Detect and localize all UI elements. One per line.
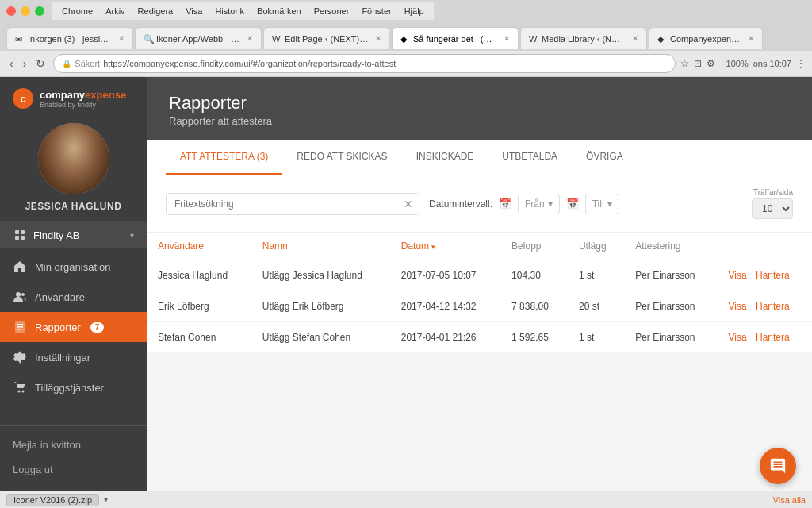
per-page-wrap: Träffar/sida 10 25 50	[752, 188, 793, 219]
date-filter-label: Datumintervall:	[429, 198, 492, 210]
svg-point-11	[22, 391, 25, 393]
minimize-window-button[interactable]	[21, 6, 30, 16]
bottom-file-dropdown[interactable]: ▾	[104, 495, 108, 504]
date-filter: Datumintervall: 📅 Från ▾ 📅 Till ▾	[429, 194, 619, 214]
forward-button[interactable]: ›	[20, 56, 30, 71]
svg-rect-8	[17, 326, 23, 328]
sidebar-item-tillaggstjanster[interactable]: Tilläggstjänster	[0, 372, 147, 402]
screenshot-icon[interactable]: ⊡	[694, 58, 702, 69]
tab-att-attestera[interactable]: ATT ATTESTERA (3)	[166, 140, 282, 175]
visa-link-1[interactable]: Visa	[729, 301, 747, 312]
logga-ut-label: Logga ut	[13, 464, 53, 475]
users-icon	[13, 290, 27, 304]
browser-tab-1[interactable]: ✉ Inkorgen (3) - jessica.hagl... ✕	[6, 27, 133, 49]
back-button[interactable]: ‹	[6, 56, 17, 71]
menu-bokmarken[interactable]: Bokmärken	[257, 6, 301, 16]
menu-fonster[interactable]: Fönster	[362, 6, 391, 16]
sidebar-item-logga-ut[interactable]: Logga ut	[0, 457, 147, 482]
tab-title-4: Så fungerar det | (NEXT) Co...	[413, 34, 497, 44]
extension-icon[interactable]: ⚙	[707, 58, 715, 69]
address-bar[interactable]: 🔒 Säkert https://companyexpense.findity.…	[53, 54, 675, 73]
tab-redo-att-skickas[interactable]: REDO ATT SKICKAS	[282, 140, 401, 175]
search-clear-icon[interactable]: ✕	[404, 198, 413, 210]
nav-label-rapporter: Rapporter	[35, 321, 81, 333]
menu-arkiv[interactable]: Arkiv	[105, 6, 124, 16]
tab-favicon-2: 🔍	[144, 34, 153, 44]
tab-inskickade[interactable]: INSKICKADE	[402, 140, 488, 175]
mejla-kvitton-label: Mejla in kvitton	[13, 439, 81, 451]
org-chevron-icon: ▾	[130, 231, 134, 240]
sidebar-logo: c companyexpense Enabled by findity	[0, 77, 147, 117]
browser-tab-4[interactable]: ◆ Så fungerar det | (NEXT) Co... ✕	[392, 27, 519, 49]
menu-redigera[interactable]: Redigera	[138, 6, 174, 16]
org-name: Findity AB	[33, 229, 80, 241]
browser-tab-6[interactable]: ◆ Companyexpense - Enable... ✕	[649, 27, 763, 49]
calendar-from-icon[interactable]: 📅	[499, 198, 511, 210]
svg-rect-3	[21, 236, 25, 240]
chat-button[interactable]	[760, 448, 796, 484]
hantera-link-1[interactable]: Hantera	[756, 301, 790, 312]
maximize-window-button[interactable]	[35, 6, 44, 16]
browser-tabs-bar: ✉ Inkorgen (3) - jessica.hagl... ✕ 🔍 Iko…	[0, 22, 812, 51]
browser-tab-3[interactable]: W Edit Page ‹ (NEXT) Compa... ✕	[263, 27, 390, 49]
visa-link-2[interactable]: Visa	[729, 332, 747, 343]
menu-icon[interactable]: ⋮	[796, 58, 806, 69]
sidebar-item-installningar[interactable]: Inställningar	[0, 342, 147, 372]
address-bar-actions: ☆ ⊡ ⚙ 100% ons 10:07 ⋮	[680, 58, 806, 69]
date-from-placeholder: Från	[525, 198, 545, 210]
cell-attestering-2: Per Einarsson	[624, 322, 717, 353]
browser-chrome: Chrome Arkiv Redigera Visa Historik Bokm…	[0, 0, 812, 77]
sidebar-bottom: Mejla in kvitton Logga ut	[0, 425, 147, 491]
avatar-image	[38, 123, 109, 194]
tab-close-3[interactable]: ✕	[375, 34, 381, 43]
visa-link-0[interactable]: Visa	[729, 270, 747, 281]
tab-close-5[interactable]: ✕	[632, 34, 638, 43]
search-input[interactable]	[166, 193, 419, 215]
tab-close-4[interactable]: ✕	[504, 34, 510, 43]
hantera-link-2[interactable]: Hantera	[756, 332, 790, 343]
tab-close-6[interactable]: ✕	[748, 34, 754, 43]
col-belopp: Belopp	[500, 233, 568, 260]
table-row: Stefan Cohen Utlägg Stefan Cohen 2017-04…	[147, 322, 812, 353]
tab-favicon-5: W	[529, 34, 538, 44]
sidebar-item-anvandare[interactable]: Användare	[0, 282, 147, 312]
avatar-section: JESSICA HAGLUND	[0, 117, 147, 221]
org-selector[interactable]: Findity AB ▾	[0, 221, 147, 248]
menu-hjalp[interactable]: Hjälp	[404, 6, 424, 16]
browser-tab-2[interactable]: 🔍 Ikoner App/Webb - Google... ✕	[135, 27, 262, 49]
sidebar-item-mejla-kvitton[interactable]: Mejla in kvitton	[0, 433, 147, 457]
browser-tab-5[interactable]: W Media Library ‹ (NEXT) Com... ✕	[520, 27, 647, 49]
reload-button[interactable]: ↻	[33, 56, 48, 71]
menu-chrome[interactable]: Chrome	[62, 6, 93, 16]
user-name: JESSICA HAGLUND	[25, 201, 122, 212]
tab-close-1[interactable]: ✕	[118, 34, 124, 43]
tab-favicon-6: ◆	[657, 34, 667, 44]
hantera-link-0[interactable]: Hantera	[756, 270, 790, 281]
cell-datum-2: 2017-04-01 21:26	[390, 322, 500, 353]
tab-close-2[interactable]: ✕	[247, 34, 253, 43]
bookmark-icon[interactable]: ☆	[680, 58, 689, 69]
date-to-input[interactable]: Till ▾	[585, 194, 619, 214]
sidebar-item-min-organisation[interactable]: Min organisation	[0, 252, 147, 282]
menu-personer[interactable]: Personer	[314, 6, 350, 16]
menu-historik[interactable]: Historik	[215, 6, 244, 16]
sidebar-item-rapporter[interactable]: Rapporter 7	[0, 312, 147, 342]
nav-label-tillaggstjanster: Tilläggstjänster	[35, 382, 104, 394]
svg-rect-0	[15, 230, 19, 234]
show-all-button[interactable]: Visa alla	[773, 495, 806, 505]
date-from-input[interactable]: Från ▾	[518, 194, 560, 214]
calendar-to-icon[interactable]: 📅	[566, 198, 579, 210]
col-datum[interactable]: Datum ▾	[390, 233, 500, 260]
url-display: https://companyexpense.findity.com/ui/#/…	[103, 59, 396, 68]
traffic-lights	[6, 6, 44, 16]
cell-actions-2: Visa Hantera	[718, 322, 813, 353]
reports-table: Användare Namn Datum ▾ Belopp Utlägg Att…	[147, 233, 812, 353]
close-window-button[interactable]	[6, 6, 16, 16]
logo-icon: c	[13, 88, 33, 109]
per-page-select[interactable]: 10 25 50	[752, 198, 793, 219]
tab-ovriga[interactable]: ÖVRIGA	[572, 140, 638, 175]
secure-icon: 🔒	[62, 60, 71, 68]
menu-visa[interactable]: Visa	[186, 6, 202, 16]
cell-anvandare-2: Stefan Cohen	[147, 322, 251, 353]
tab-utbetalda[interactable]: UTBETALDA	[488, 140, 572, 175]
